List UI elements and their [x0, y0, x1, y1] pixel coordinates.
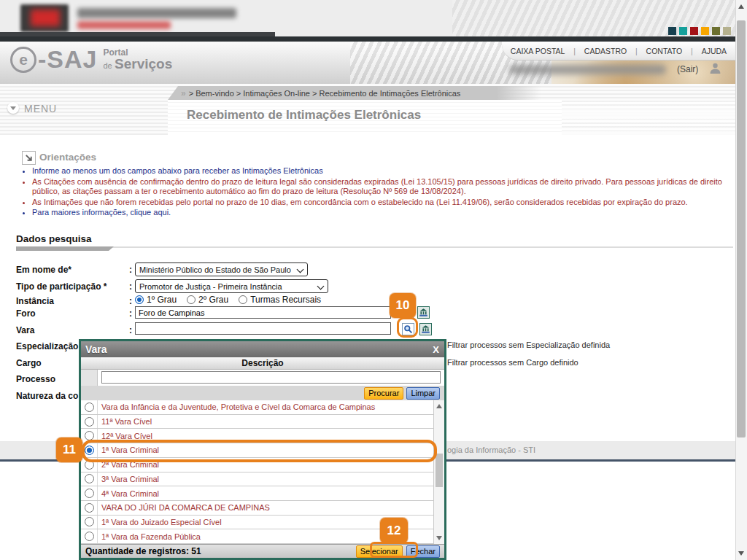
photo-stripe-overlay [562, 100, 735, 135]
foro-forum-icon[interactable] [417, 306, 430, 319]
scrollbar-up-arrow[interactable] [738, 4, 744, 9]
vara-row-radio-cell [81, 415, 98, 429]
menu-chevron-icon[interactable] [7, 102, 19, 114]
radio-icon[interactable] [239, 295, 247, 304]
esaj-logo-stack: Portal de Serviços [103, 48, 172, 71]
nav-contato[interactable]: CONTATO [646, 47, 683, 55]
nav-separator: | [635, 47, 638, 55]
limpar-button[interactable]: Limpar [406, 387, 440, 400]
colon: : [129, 308, 132, 319]
vara-row-label: VARA DO JÚRI DA COMARCA DE CAMPINAS [98, 503, 270, 512]
step-11-highlight-ring [82, 440, 437, 462]
modal-scroll-down-arrow[interactable] [436, 536, 442, 540]
radio-icon[interactable] [85, 532, 94, 541]
radio-icon[interactable] [85, 474, 94, 483]
nav-ajuda[interactable]: AJUDA [702, 47, 727, 55]
radio-icon[interactable] [187, 295, 196, 304]
em-nome-de-value: Ministério Público do Estado de São Paul… [139, 265, 291, 274]
radio-icon[interactable] [85, 503, 94, 513]
procurar-button[interactable]: Procurar [364, 387, 403, 400]
instancia-option-label: 2º Grau [198, 295, 228, 305]
radio-icon[interactable] [85, 402, 94, 412]
instancia-option[interactable]: 1º Grau [135, 295, 177, 305]
colon: : [129, 265, 132, 275]
colon: : [129, 325, 132, 335]
esaj-logo-e-icon: e [10, 47, 36, 73]
vara-row[interactable]: VARA DO JÚRI DA COMARCA DE CAMPINAS [81, 501, 433, 516]
vara-row[interactable]: 4ª Vara Criminal [81, 486, 433, 501]
colon: : [129, 296, 132, 306]
redacted-court-logo-emblem [31, 9, 60, 26]
vara-input[interactable] [135, 322, 391, 335]
nav-separator: | [573, 47, 576, 55]
orientacao-suffix: . [169, 208, 171, 217]
step-badge-12: 12 [380, 518, 408, 543]
vara-label: Vara [16, 325, 127, 335]
filter-row-stub [81, 370, 98, 386]
modal-actions-row: Procurar Limpar [81, 386, 444, 400]
modal-scroll-up-arrow[interactable] [436, 404, 442, 408]
orientacoes-title: Orientações [39, 152, 96, 163]
vara-row-label: 1ª Vara do Juizado Especial Cível [98, 518, 222, 526]
descricao-filter-input[interactable] [101, 371, 441, 384]
vara-row-label: 3ª Vara Criminal [98, 475, 159, 483]
sair-link[interactable]: (Sair) [677, 64, 698, 74]
orientacao-item: Informe ao menos um dos campos abaixo pa… [32, 166, 738, 176]
palette-square [679, 27, 687, 35]
nav-separator: | [691, 47, 693, 55]
section-divider [16, 246, 733, 248]
instancia-option[interactable]: Turmas Recursais [239, 295, 321, 305]
radio-icon[interactable] [135, 295, 144, 304]
tipo-participacao-label: Tipo de participação * [16, 281, 127, 292]
step-12-highlight-ring [370, 542, 418, 558]
breadcrumb[interactable]: > Bem-vindo > Intimações On-line > Receb… [189, 89, 461, 98]
modal-scroll-thumb[interactable] [436, 454, 443, 487]
nav-cadastro[interactable]: CADASTRO [584, 47, 627, 55]
em-nome-de-select[interactable]: Ministério Público do Estado de São Paul… [135, 262, 308, 276]
vara-row-label: 4ª Vara Criminal [98, 489, 159, 498]
radio-icon[interactable] [85, 489, 94, 498]
modal-column-header: Descrição [81, 357, 444, 370]
step-badge-11: 11 [56, 438, 82, 462]
esaj-logo-de: de [103, 61, 112, 70]
menu-button[interactable]: MENU [24, 103, 57, 114]
aqui-link[interactable]: aqui [153, 208, 169, 217]
vara-row-label: 11ª Vara Cível [98, 417, 152, 426]
nav-caixa-postal[interactable]: CAIXA POSTAL [511, 47, 565, 55]
modal-title: Vara [85, 343, 107, 355]
redacted-username [509, 65, 666, 74]
vara-forum-icon[interactable] [419, 323, 432, 335]
vara-row[interactable]: Vara da Infância e da Juventude, Proteti… [81, 400, 433, 415]
vara-row[interactable]: 11ª Vara Cível [81, 415, 433, 429]
step-10-highlight-ring [397, 317, 418, 338]
chevron-down-icon [317, 283, 325, 290]
tipo-participacao-value: Promotor de Justiça - Primeira Instância [139, 282, 282, 291]
vara-row-radio-cell [81, 516, 98, 529]
modal-scrollbar[interactable] [433, 400, 444, 544]
vara-row-radio-cell [81, 472, 98, 486]
header-dark-bar [0, 36, 735, 42]
modal-close-icon[interactable]: X [433, 344, 439, 355]
redacted-site-title [77, 8, 236, 18]
tipo-participacao-select[interactable]: Promotor de Justiça - Primeira Instância [135, 279, 328, 293]
palette-square [723, 27, 731, 35]
foro-input[interactable] [135, 306, 391, 319]
radio-icon[interactable] [85, 417, 94, 427]
radio-icon[interactable] [85, 517, 94, 526]
record-count: Quantidade de registros: 51 [85, 546, 201, 556]
palette-square [701, 27, 709, 35]
filtro-cargo-label: Filtrar processos sem Cargo definido [447, 358, 578, 367]
vara-row-radio-cell [81, 486, 98, 500]
orientacao-item: As Intimações que não forem recebidas pe… [32, 198, 738, 208]
instancia-option-label: 1º Grau [147, 295, 177, 305]
instancia-option[interactable]: 2º Grau [187, 295, 228, 305]
breadcrumb-marker: » [181, 88, 186, 98]
scrollbar-thumb[interactable] [737, 20, 746, 438]
palette-square [690, 27, 698, 35]
esaj-intimacoes-page: e -SAJ Portal de Serviços CAIXA POSTAL|C… [0, 0, 747, 560]
vara-row[interactable]: 3ª Vara Criminal [81, 472, 433, 487]
scrollbar-down-arrow[interactable] [738, 551, 744, 556]
foro-label: Foro [16, 308, 127, 319]
vara-row-label: Vara da Infância e da Juventude, Proteti… [98, 402, 375, 411]
esaj-logo: e -SAJ Portal de Serviços [10, 45, 172, 74]
